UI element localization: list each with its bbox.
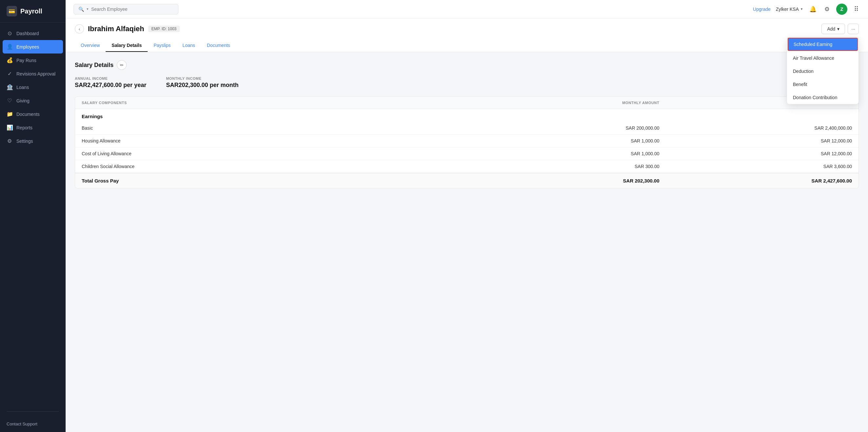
- salary-component: Children Social Allowance: [82, 164, 467, 169]
- notifications-bell-icon[interactable]: 🔔: [808, 4, 818, 14]
- add-button[interactable]: Add ▾: [822, 24, 845, 34]
- salary-details-section: Salary Details ✏ ANNUAL INCOME SAR2,427,…: [66, 52, 868, 196]
- app-grid-icon[interactable]: ⠿: [852, 4, 860, 15]
- section-title-row: Salary Details ✏: [75, 60, 859, 70]
- tab-payslips[interactable]: Payslips: [148, 39, 177, 52]
- sidebar-item-label: Giving: [17, 98, 30, 104]
- total-gross-pay-row: Total Gross Pay SAR 202,300.00 SAR 2,427…: [75, 173, 859, 188]
- app-name: Payroll: [20, 7, 42, 15]
- settings-icon: ⚙: [6, 138, 12, 144]
- table-row: Basic SAR 200,000.00 SAR 2,400,000.00: [75, 122, 859, 134]
- giving-icon: ♡: [6, 97, 12, 104]
- add-dropdown-arrow: ▾: [837, 26, 839, 31]
- add-dropdown-menu: Scheduled EarningAir Travel AllowanceDed…: [787, 37, 859, 105]
- salary-component: Basic: [82, 125, 467, 131]
- table-row: Children Social Allowance SAR 300.00 SAR…: [75, 160, 859, 173]
- table-row: Cost of Living Allowance SAR 1,000.00 SA…: [75, 147, 859, 160]
- tab-salary-details[interactable]: Salary Details: [105, 39, 148, 52]
- sidebar-item-label: Revisions Approval: [17, 71, 56, 77]
- sidebar-item-label: Employees: [17, 44, 39, 50]
- col-monthly-amount: MONTHLY AMOUNT: [467, 101, 659, 105]
- contact-support-link[interactable]: Contact Support: [6, 422, 37, 426]
- edit-pencil-icon: ✏: [120, 63, 124, 68]
- reports-icon: 📊: [6, 124, 12, 131]
- sidebar: 💳 Payroll ⊙ Dashboard 👤 Employees 💰 Pay …: [0, 0, 66, 432]
- org-selector[interactable]: Zylker KSA ▾: [776, 6, 803, 12]
- documents-icon: 📁: [6, 111, 12, 117]
- back-button[interactable]: ‹: [75, 24, 84, 33]
- back-arrow-icon: ‹: [79, 27, 80, 31]
- col-salary-components: SALARY COMPONENTS: [82, 101, 467, 105]
- sidebar-item-reports[interactable]: 📊 Reports: [0, 121, 66, 134]
- sidebar-footer: Contact Support: [0, 415, 66, 432]
- earnings-section-label: Earnings: [75, 109, 859, 122]
- search-bar[interactable]: 🔍 ▾: [73, 4, 179, 15]
- dropdown-item-air-travel-allowance[interactable]: Air Travel Allowance: [787, 52, 859, 65]
- main-content: 🔍 ▾ Upgrade Zylker KSA ▾ 🔔 ⚙ Z ⠿ ‹ Ibrah…: [66, 0, 868, 432]
- salary-annual-amount: SAR 2,400,000.00: [659, 125, 852, 131]
- org-name: Zylker KSA: [776, 6, 799, 12]
- annual-income-item: ANNUAL INCOME SAR2,427,600.00 per year: [75, 77, 146, 89]
- salary-annual-amount: SAR 3,600.00: [659, 164, 852, 169]
- sidebar-item-employees[interactable]: 👤 Employees: [3, 40, 63, 54]
- sidebar-item-label: Dashboard: [17, 31, 39, 36]
- edit-salary-button[interactable]: ✏: [117, 60, 127, 70]
- sidebar-item-label: Loans: [17, 85, 29, 90]
- sidebar-item-dashboard[interactable]: ⊙ Dashboard: [0, 27, 66, 40]
- page-content: ‹ Ibrahim Alfaqieh EMP. ID: 1003 Add ▾ ·…: [66, 19, 868, 432]
- app-logo[interactable]: 💳 Payroll: [0, 0, 66, 23]
- sidebar-nav: ⊙ Dashboard 👤 Employees 💰 Pay Runs ✓ Rev…: [0, 23, 66, 407]
- sidebar-item-loans[interactable]: 🏦 Loans: [0, 80, 66, 94]
- table-row: Housing Allowance SAR 1,000.00 SAR 12,00…: [75, 134, 859, 147]
- sidebar-item-documents[interactable]: 📁 Documents: [0, 107, 66, 121]
- avatar[interactable]: Z: [836, 4, 847, 15]
- sidebar-item-giving[interactable]: ♡ Giving: [0, 94, 66, 107]
- upgrade-link[interactable]: Upgrade: [753, 6, 771, 12]
- salary-table-header: SALARY COMPONENTS MONTHLY AMOUNT ANNUAL …: [75, 97, 859, 109]
- annual-income-label: ANNUAL INCOME: [75, 77, 146, 80]
- employee-tabs: Overview Salary Details Payslips Loans D…: [75, 39, 859, 52]
- monthly-income-label: MONTHLY INCOME: [166, 77, 239, 80]
- monthly-income-value: SAR202,300.00 per month: [166, 82, 239, 89]
- sidebar-divider: [6, 411, 59, 412]
- employees-icon: 👤: [6, 44, 12, 50]
- tab-documents[interactable]: Documents: [201, 39, 236, 52]
- salary-annual-amount: SAR 12,000.00: [659, 151, 852, 156]
- total-monthly: SAR 202,300.00: [467, 178, 659, 183]
- sidebar-item-pay-runs[interactable]: 💰 Pay Runs: [0, 54, 66, 67]
- employee-actions: Add ▾ ···: [822, 24, 859, 34]
- sidebar-item-settings[interactable]: ⚙ Settings: [0, 134, 66, 148]
- dropdown-item-benefit[interactable]: Benefit: [787, 78, 859, 91]
- tab-overview[interactable]: Overview: [75, 39, 105, 52]
- employee-name-section: ‹ Ibrahim Alfaqieh EMP. ID: 1003: [75, 24, 180, 33]
- sidebar-item-revisions-approval[interactable]: ✓ Revisions Approval: [0, 67, 66, 80]
- dropdown-item-donation-contribution[interactable]: Donation Contribution: [787, 91, 859, 104]
- org-dropdown-arrow: ▾: [801, 7, 803, 11]
- sidebar-item-label: Reports: [17, 125, 32, 130]
- dropdown-item-deduction[interactable]: Deduction: [787, 65, 859, 78]
- annual-income-value: SAR2,427,600.00 per year: [75, 82, 146, 89]
- dropdown-item-scheduled-earning[interactable]: Scheduled Earning: [787, 38, 858, 51]
- salary-monthly-amount: SAR 1,000.00: [467, 151, 659, 156]
- dashboard-icon: ⊙: [6, 30, 12, 36]
- sidebar-item-label: Documents: [17, 112, 40, 117]
- employee-id-badge: EMP. ID: 1003: [148, 26, 180, 32]
- salary-annual-amount: SAR 12,000.00: [659, 138, 852, 143]
- pay-runs-icon: 💰: [6, 57, 12, 63]
- salary-component: Cost of Living Allowance: [82, 151, 467, 156]
- search-dropdown-arrow[interactable]: ▾: [87, 7, 89, 11]
- section-title: Salary Details: [75, 62, 114, 68]
- tab-loans[interactable]: Loans: [177, 39, 201, 52]
- sidebar-item-label: Settings: [17, 139, 33, 144]
- employee-name-row: ‹ Ibrahim Alfaqieh EMP. ID: 1003 Add ▾ ·…: [75, 24, 859, 38]
- employee-name: Ibrahim Alfaqieh: [88, 25, 144, 33]
- more-options-button[interactable]: ···: [848, 24, 859, 34]
- loans-icon: 🏦: [6, 84, 12, 90]
- salary-monthly-amount: SAR 200,000.00: [467, 125, 659, 131]
- employee-header: ‹ Ibrahim Alfaqieh EMP. ID: 1003 Add ▾ ·…: [66, 19, 868, 52]
- sidebar-item-label: Pay Runs: [17, 58, 36, 63]
- search-input[interactable]: [91, 6, 174, 12]
- salary-monthly-amount: SAR 300.00: [467, 164, 659, 169]
- app-logo-icon: 💳: [6, 6, 17, 17]
- settings-gear-icon[interactable]: ⚙: [823, 4, 831, 14]
